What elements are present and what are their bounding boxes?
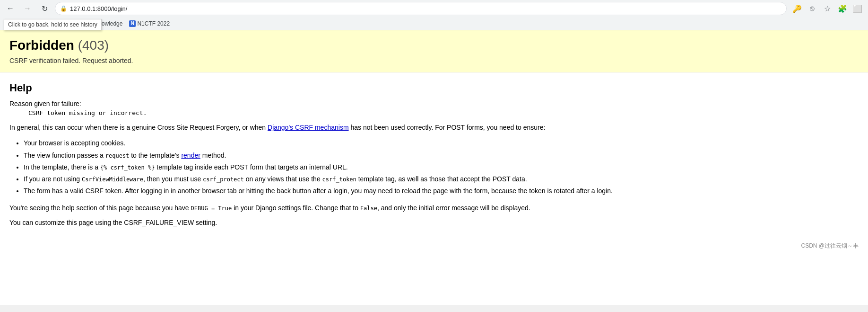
menu-icon-btn[interactable]: ⬜ [851, 2, 864, 15]
bookmarks-bar: safe6'blog 工具 other knowledge N N1CTF 20… [0, 17, 868, 30]
footer-note: CSDN @过往云烟～丰 [0, 237, 868, 255]
back-button[interactable]: ← [4, 2, 17, 15]
browser-window: ← Click to go back, hold to see history … [0, 0, 868, 305]
page-content: Forbidden (403) CSRF verification failed… [0, 30, 868, 305]
error-title: Forbidden (403) [9, 38, 859, 53]
list-item: The form has a valid CSRF token. After l… [24, 185, 859, 197]
help-list: Your browser is accepting cookies. The v… [24, 137, 859, 197]
debug-text: You're seeing the help section of this p… [9, 203, 859, 213]
share-icon-btn[interactable]: ⎋ [806, 2, 819, 15]
address-bar[interactable]: 🔒 127.0.0.1:8000/login/ [55, 2, 787, 15]
reason-label: Reason given for failure: [9, 100, 859, 107]
n1ctf-icon: N [129, 20, 136, 27]
reload-button[interactable]: ↻ [38, 2, 51, 15]
bookmark-n1ctf[interactable]: N N1CTF 2022 [126, 19, 173, 28]
extensions-icon-btn[interactable]: 🧩 [836, 2, 849, 15]
key-icon-btn[interactable]: 🔑 [790, 2, 804, 15]
general-text: In general, this can occur when there is… [9, 122, 859, 133]
help-section: Help Reason given for failure: CSRF toke… [0, 72, 868, 237]
csrf-view-text: You can customize this page using the CS… [9, 217, 859, 228]
nav-right-buttons: 🔑 ⎋ ☆ 🧩 ⬜ [790, 2, 864, 15]
list-item: Your browser is accepting cookies. [24, 137, 859, 149]
error-subtitle: CSRF verification failed. Request aborte… [9, 57, 859, 64]
url-text: 127.0.0.1:8000/login/ [70, 5, 127, 12]
error-header: Forbidden (403) CSRF verification failed… [0, 30, 868, 72]
help-title: Help [9, 82, 859, 94]
error-code: (403) [78, 38, 109, 53]
list-item: The view function passes a request to th… [24, 150, 859, 161]
list-item: If you are not using CsrfViewMiddleware,… [24, 173, 859, 185]
forward-button[interactable]: → [21, 2, 34, 15]
render-link[interactable]: render [181, 152, 200, 159]
lock-icon: 🔒 [60, 5, 67, 12]
reason-code: CSRF token missing or incorrect. [28, 109, 859, 116]
back-tooltip: Click to go back, hold to see history [4, 19, 102, 30]
star-icon-btn[interactable]: ☆ [821, 2, 834, 15]
django-csrf-link[interactable]: Django's CSRF mechanism [268, 124, 349, 131]
nav-bar: ← Click to go back, hold to see history … [0, 0, 868, 17]
n1ctf-label: N1CTF 2022 [137, 20, 170, 27]
list-item: In the template, there is a {% csrf_toke… [24, 161, 859, 173]
